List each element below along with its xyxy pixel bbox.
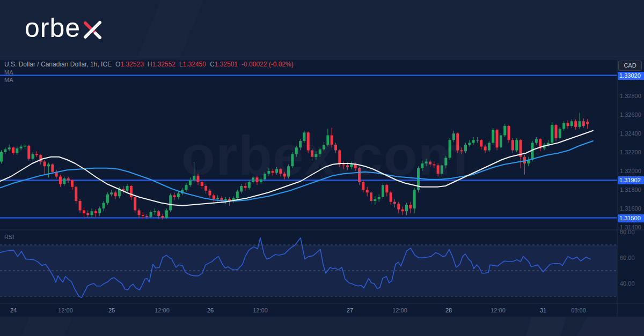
price-level-label: 1.33020 <box>618 72 644 80</box>
price-tick: 1.32200 <box>618 148 644 156</box>
logo-x-icon <box>82 19 103 40</box>
price-level-label: 1.31902 <box>618 176 644 184</box>
price-tick: 1.32000 <box>618 167 644 175</box>
time-tick-hour: 12:00 <box>53 307 78 313</box>
price-level-label: 1.31500 <box>618 214 644 222</box>
rsi-indicator-label[interactable]: RSI <box>4 234 14 240</box>
chart-legend: U.S. Dollar / Canadian Dollar, 1h, ICEO1… <box>4 61 294 83</box>
ohlc-values: O1.32523H1.32552L1.32450C1.32501 <box>112 61 238 68</box>
currency-button[interactable]: CAD <box>618 61 642 71</box>
orbex-logo: orbe <box>25 13 103 43</box>
time-tick-day: 26 <box>198 307 223 313</box>
brand-header: orbe <box>0 0 644 59</box>
candlestick-series <box>0 113 589 220</box>
rsi-tick: 40.00 <box>618 280 644 288</box>
time-tick-hour: 12:00 <box>150 307 174 313</box>
ma-indicator-label-2[interactable]: MA <box>4 77 294 83</box>
ohlc-value: 1.32501 <box>215 61 238 68</box>
price-chart-canvas[interactable] <box>0 59 644 317</box>
ohlc-key: L <box>179 61 183 68</box>
time-tick-day: 28 <box>436 307 461 313</box>
price-tick: 1.31800 <box>618 186 644 194</box>
ohlc-key: C <box>210 61 215 68</box>
price-tick: 1.31600 <box>618 205 644 213</box>
time-tick-day: 24 <box>1 307 26 313</box>
time-tick-day: 31 <box>531 307 555 313</box>
rsi-tick: 60.00 <box>618 254 644 262</box>
price-tick: 1.32600 <box>618 111 644 119</box>
ohlc-value: 1.32450 <box>183 61 206 68</box>
time-tick-day: 27 <box>338 307 362 313</box>
time-tick-hour: 12:00 <box>486 307 510 313</box>
price-tick: 1.32400 <box>618 130 644 138</box>
ohlc-value: 1.32552 <box>152 61 175 68</box>
ma-indicator-label-1[interactable]: MA <box>4 69 294 76</box>
logo-text: orbe <box>25 13 80 43</box>
symbol-title[interactable]: U.S. Dollar / Canadian Dollar, 1h, ICE <box>4 61 112 68</box>
chart-widget: orbex.com U.S. Dollar / Canadian Dollar,… <box>0 59 644 317</box>
time-tick-hour: 12:00 <box>387 307 412 313</box>
ohlc-value: 1.32523 <box>120 61 143 68</box>
page: orbe orbex.com U.S. Dollar / Canadian Do… <box>0 0 644 336</box>
time-tick-day: 25 <box>99 307 124 313</box>
rsi-tick: 80.00 <box>618 228 644 236</box>
time-tick-hour: 12:00 <box>248 307 273 313</box>
time-tick-hour: 08:00 <box>566 307 591 313</box>
ohlc-key: H <box>148 61 152 68</box>
price-tick: 1.32800 <box>618 92 644 100</box>
change-value: -0.00022 (-0.02%) <box>241 61 294 68</box>
